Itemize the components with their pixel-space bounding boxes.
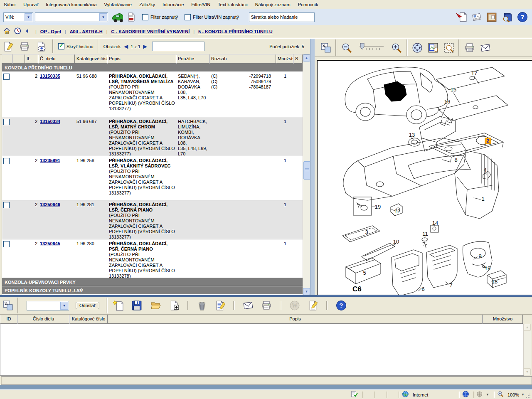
- column-header[interactable]: [2, 54, 12, 64]
- send-button[interactable]: Odoslať: [76, 302, 99, 309]
- breadcrumb-link-3[interactable]: 5 - KONZOLA PŘEDNÍHO TUNELU: [198, 29, 273, 34]
- menu-n-kupn-zoznam[interactable]: Nákupný zoznam: [251, 1, 294, 8]
- menu-inform-cie[interactable]: Informácie: [159, 1, 187, 8]
- search-input[interactable]: [249, 12, 315, 22]
- group-header-row[interactable]: KONZOLA-UPEVŇOVACÍ PRVKY: [2, 278, 303, 286]
- open-icon[interactable]: [150, 300, 161, 310]
- row-checkbox[interactable]: [3, 158, 10, 164]
- hide-history-checkbox[interactable]: [58, 43, 64, 49]
- protected-mode-icon[interactable]: [462, 391, 470, 399]
- page-jump-input[interactable]: [152, 42, 204, 51]
- help-icon[interactable]: ?: [517, 12, 528, 22]
- fit-view-icon[interactable]: [428, 42, 438, 53]
- row-checkbox[interactable]: [3, 119, 10, 125]
- callout-17[interactable]: 17: [471, 70, 477, 76]
- row-checkbox[interactable]: [3, 74, 10, 80]
- breadcrumb-link-0[interactable]: OP - Opel: [40, 29, 61, 34]
- nav-back-icon[interactable]: [25, 27, 32, 36]
- breadcrumb-link-2[interactable]: C - KAROSERIE VNITŘNÍ VYBAVENÍ: [111, 29, 190, 34]
- menu-integrovan-komunik-cia[interactable]: Integrovaná komunikácia: [42, 1, 100, 8]
- parts-table-row[interactable]: 2132506451 96 280PŘIHRÁDKA, ODKLÁDACÍ, P…: [2, 239, 303, 278]
- group-header-row[interactable]: KONZOLA PŘEDNÍHO TUNELU: [2, 64, 303, 72]
- callout-19[interactable]: 19: [375, 204, 381, 210]
- edit-doc-icon[interactable]: [308, 300, 318, 311]
- column-header[interactable]: Č. dielu: [38, 54, 75, 64]
- filter-checkbox-group[interactable]: Filter zapnutý: [142, 14, 178, 20]
- news-icon[interactable]: [471, 12, 482, 22]
- history-clock-icon[interactable]: [14, 27, 22, 36]
- callout-7[interactable]: 7: [449, 282, 452, 288]
- parts-table-row[interactable]: 2132358911 96 258PŘIHRÁDKA, ODKLÁDACÍ, L…: [2, 156, 303, 200]
- scroll-down-icon[interactable]: ▼: [524, 368, 531, 375]
- menu-text-k-ilustr-cii[interactable]: Text k ilustrácii: [214, 1, 251, 8]
- illustration-canvas[interactable]: 171516138411912143111091951876 C6 2: [317, 60, 532, 296]
- ultravin-checkbox-group[interactable]: Filter UltraVIN zapnutý: [185, 14, 239, 20]
- parts-table-row[interactable]: 21315033451 96 687PŘIHRÁDKA, ODKLÁDACÍ, …: [2, 117, 303, 156]
- preview-icon[interactable]: [36, 41, 47, 52]
- trash-icon[interactable]: [197, 300, 207, 311]
- column-header[interactable]: Použitie: [176, 54, 209, 64]
- scrollbar-thumb[interactable]: [303, 161, 310, 180]
- callout-10[interactable]: 10: [393, 239, 399, 245]
- prev-image-icon[interactable]: ◀: [124, 43, 128, 49]
- part-number-link[interactable]: 13235891: [40, 158, 60, 163]
- menu-pomocn-k[interactable]: Pomocník: [294, 1, 322, 8]
- edit-list-icon[interactable]: [214, 300, 225, 311]
- new-icon[interactable]: [113, 300, 124, 311]
- part-number-link[interactable]: 13250646: [40, 202, 60, 207]
- mail-icon[interactable]: [243, 300, 254, 310]
- save-icon[interactable]: [131, 300, 142, 311]
- callout-11[interactable]: 11: [422, 231, 428, 237]
- column-header[interactable]: IL.: [25, 54, 38, 64]
- pan-icon[interactable]: [412, 42, 423, 53]
- column-header[interactable]: Katalógové číslo: [75, 54, 107, 64]
- horizontal-scrollbar-track[interactable]: [1, 376, 532, 385]
- menu-s-bor[interactable]: Súbor: [0, 1, 20, 8]
- print-icon[interactable]: [261, 300, 272, 310]
- callout-6[interactable]: 6: [421, 286, 424, 292]
- callout-3[interactable]: 3: [365, 229, 368, 235]
- list-select[interactable]: ▼: [27, 301, 69, 310]
- callout-1[interactable]: 1: [481, 196, 484, 202]
- parts-table-row[interactable]: 21315033551 96 688PŘIHRÁDKA, ODKLÁDACÍ, …: [2, 72, 303, 117]
- callout-18[interactable]: 18: [492, 278, 498, 285]
- vin-type-select[interactable]: VIN: ▼: [3, 12, 33, 22]
- callout-19[interactable]: 19: [485, 265, 490, 271]
- help-icon[interactable]: ?: [336, 300, 347, 311]
- callout-13[interactable]: 13: [409, 132, 415, 138]
- callout-16[interactable]: 16: [444, 99, 450, 105]
- doc-export-icon[interactable]: [456, 12, 467, 22]
- zoom-area-icon[interactable]: [443, 42, 454, 53]
- group-header-row[interactable]: POPELNÍK KONZOLY TUNELU - LSŘ: [2, 286, 303, 295]
- column-header[interactable]: Množstvo: [276, 54, 293, 64]
- scroll-up-icon[interactable]: ▲: [303, 54, 310, 62]
- column-header[interactable]: S: [293, 54, 303, 64]
- column-header[interactable]: [12, 54, 25, 64]
- print-icon[interactable]: [19, 41, 30, 52]
- column-header[interactable]: ID: [0, 315, 17, 324]
- filter-checkbox[interactable]: [142, 14, 148, 20]
- menu-upravi-[interactable]: Upraviť: [20, 1, 42, 8]
- row-checkbox[interactable]: [3, 241, 10, 247]
- row-checkbox[interactable]: [3, 202, 10, 208]
- resize-grip[interactable]: [525, 393, 531, 399]
- menu-z-lo-ky[interactable]: Záložky: [135, 1, 159, 8]
- hide-history-checkbox-group[interactable]: Skryť históriu: [58, 43, 94, 49]
- pinboard-icon[interactable]: [486, 12, 497, 22]
- slider-icon[interactable]: [357, 42, 386, 53]
- zoom-control[interactable]: 100% ▼: [497, 391, 525, 399]
- column-header[interactable]: Popis: [108, 315, 483, 324]
- next-image-icon[interactable]: ▶: [143, 43, 147, 49]
- add-doc-icon[interactable]: [169, 300, 180, 311]
- highlighted-callout[interactable]: 2: [485, 138, 491, 144]
- chevron-down-icon[interactable]: ▼: [99, 13, 107, 21]
- callout-9[interactable]: 9: [478, 253, 481, 259]
- web-disabled-icon[interactable]: W: [289, 300, 300, 311]
- scroll-down-icon[interactable]: ▼: [303, 288, 310, 295]
- column-header[interactable]: Číslo dielu: [17, 315, 69, 324]
- callout-4[interactable]: 4: [483, 167, 486, 173]
- callout-12[interactable]: 12: [394, 208, 400, 214]
- car-icon[interactable]: [111, 12, 123, 22]
- mail-icon[interactable]: [480, 43, 491, 53]
- smartscreen-dropdown[interactable]: ▼: [477, 391, 491, 399]
